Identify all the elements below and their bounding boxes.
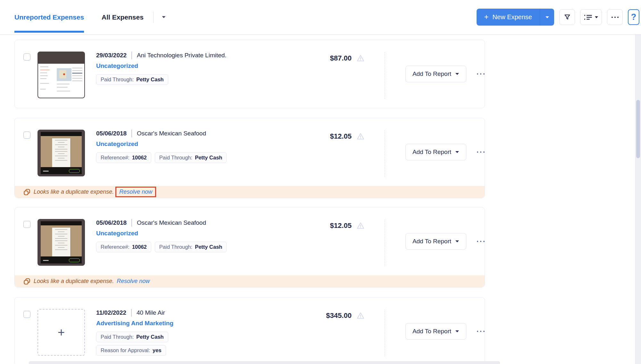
add-to-report-label: Add To Report xyxy=(412,70,451,77)
filter-funnel-icon xyxy=(563,13,571,21)
chip-label: Paid Through: xyxy=(101,77,134,83)
expense-list: 29/03/2022 Ani Technologies Private Limi… xyxy=(0,35,641,364)
add-to-report-label: Add To Report xyxy=(412,238,451,245)
chevron-down-icon xyxy=(455,240,459,243)
expense-amount: $87.00 xyxy=(330,54,352,62)
chip-reference: Reference#: 10062 xyxy=(96,242,151,252)
add-to-report-button[interactable]: Add To Report xyxy=(405,323,466,340)
chip-label: Reason for Approval: xyxy=(101,347,150,353)
chip-paid-through: Paid Through: Petty Cash xyxy=(96,332,168,342)
card-main-row: + 11/02/2022 40 Mile Air Advertising And… xyxy=(15,297,485,364)
tab-all-expenses[interactable]: All Expenses xyxy=(102,0,144,34)
chip-reference: Reference#: 10062 xyxy=(96,152,151,163)
expense-date: 05/06/2018 xyxy=(96,219,127,226)
new-expense-button[interactable]: + New Expense xyxy=(477,9,540,26)
expense-checkbox[interactable] xyxy=(23,53,30,61)
tab-label: All Expenses xyxy=(102,13,144,21)
horizontal-scrollbar-thumb[interactable] xyxy=(29,361,500,364)
expense-card-oscars-2: 05/06/2018 Oscar's Mexican Seafood Uncat… xyxy=(14,207,485,287)
tab-options-dropdown[interactable] xyxy=(162,16,166,19)
chip-value: yes xyxy=(153,347,162,353)
chip-value: Petty Cash xyxy=(195,244,222,250)
warning-triangle-icon xyxy=(356,133,365,140)
chip-label: Reference#: xyxy=(101,244,129,250)
chevron-down-icon xyxy=(162,16,166,19)
chip-paid-through: Paid Through: Petty Cash xyxy=(96,74,168,85)
expense-vendor: Oscar's Mexican Seafood xyxy=(137,219,206,226)
expense-amount: $12.05 xyxy=(330,132,352,141)
vertical-scrollbar-thumb[interactable] xyxy=(636,100,640,158)
chevron-down-icon xyxy=(455,330,459,333)
card-actions: Add To Report xyxy=(405,144,485,160)
amount-block: $87.00 xyxy=(281,54,365,62)
duplicate-warning-banner: Looks like a duplicate expense. Resolve … xyxy=(15,186,485,198)
tab-unreported-expenses[interactable]: Unreported Expenses xyxy=(14,0,84,34)
expense-checkbox[interactable] xyxy=(23,221,30,228)
add-to-report-button[interactable]: Add To Report xyxy=(405,233,466,250)
chip-row: Paid Through: Petty Cash xyxy=(96,74,281,85)
amount-block: $12.05 xyxy=(281,132,365,141)
duplicate-message: Looks like a duplicate expense. xyxy=(34,189,114,195)
receipt-thumbnail[interactable] xyxy=(37,52,85,98)
card-more-options[interactable] xyxy=(477,331,485,332)
new-expense-dropdown[interactable] xyxy=(540,9,554,26)
card-more-options[interactable] xyxy=(477,151,485,153)
chip-label: Paid Through: xyxy=(159,244,192,250)
chevron-down-icon xyxy=(455,73,459,75)
chip-value: 10062 xyxy=(132,244,147,250)
dashed-divider xyxy=(385,310,385,356)
receipt-thumbnail[interactable] xyxy=(37,219,85,266)
filter-button[interactable] xyxy=(559,9,575,25)
receipt-thumbnail[interactable] xyxy=(37,130,85,176)
date-vendor-divider xyxy=(131,219,132,227)
add-receipt-placeholder[interactable]: + xyxy=(37,309,85,356)
card-actions: Add To Report xyxy=(405,323,485,340)
card-main-row: 05/06/2018 Oscar's Mexican Seafood Uncat… xyxy=(15,207,485,275)
expense-vendor: Oscar's Mexican Seafood xyxy=(137,130,206,137)
chip-label: Paid Through: xyxy=(159,155,192,161)
email-screenshot-image xyxy=(38,64,84,98)
new-expense-split-button: + New Expense xyxy=(477,9,554,26)
expense-details: 29/03/2022 Ani Technologies Private Limi… xyxy=(96,52,281,85)
help-button[interactable]: ? xyxy=(628,9,639,25)
vertical-scrollbar-track[interactable] xyxy=(635,29,641,364)
tab-divider xyxy=(153,12,154,23)
more-options-button[interactable] xyxy=(607,9,623,25)
expense-details: 11/02/2022 40 Mile Air Advertising And M… xyxy=(96,309,281,356)
date-vendor-divider xyxy=(131,130,132,137)
expense-amount: $345.00 xyxy=(326,311,352,320)
resolve-now-highlight-box: Resolve now xyxy=(115,187,156,197)
expense-card-oscars-1: 05/06/2018 Oscar's Mexican Seafood Uncat… xyxy=(14,118,485,198)
expense-tabs: Unreported Expenses All Expenses xyxy=(14,0,166,34)
use-photo-button-image xyxy=(69,169,80,173)
dashed-divider xyxy=(385,130,385,177)
chip-label: Reference#: xyxy=(101,155,129,161)
card-more-options[interactable] xyxy=(477,241,485,242)
duplicate-warning-banner: Looks like a duplicate expense. Resolve … xyxy=(15,275,485,287)
chip-paid-through: Paid Through: Petty Cash xyxy=(155,152,227,163)
resolve-now-wrap: Resolve now xyxy=(117,278,150,285)
expense-category-link[interactable]: Uncategorized xyxy=(96,230,138,237)
chip-value: 10062 xyxy=(132,155,147,161)
expense-category-link[interactable]: Advertising And Marketing xyxy=(96,320,173,327)
expense-category-link[interactable]: Uncategorized xyxy=(96,62,138,69)
resolve-now-link[interactable]: Resolve now xyxy=(119,189,152,195)
chevron-down-icon xyxy=(595,16,598,19)
card-more-options[interactable] xyxy=(477,73,485,75)
warning-triangle-icon xyxy=(356,222,365,230)
chip-label: Paid Through: xyxy=(101,334,134,340)
dashed-divider xyxy=(385,220,385,266)
resolve-now-link[interactable]: Resolve now xyxy=(117,278,150,285)
expense-checkbox[interactable] xyxy=(23,132,30,139)
dashed-divider xyxy=(385,52,385,99)
chip-value: Petty Cash xyxy=(136,334,163,340)
expense-details: 05/06/2018 Oscar's Mexican Seafood Uncat… xyxy=(96,219,281,252)
add-to-report-button[interactable]: Add To Report xyxy=(405,66,466,82)
add-to-report-button[interactable]: Add To Report xyxy=(405,144,466,160)
warning-triangle-icon xyxy=(356,54,365,62)
expense-checkbox[interactable] xyxy=(23,311,30,318)
date-vendor-divider xyxy=(131,309,132,317)
chip-reason-for-approval: Reason for Approval: yes xyxy=(96,345,166,356)
sort-view-button[interactable] xyxy=(580,9,602,25)
expense-category-link[interactable]: Uncategorized xyxy=(96,141,138,148)
